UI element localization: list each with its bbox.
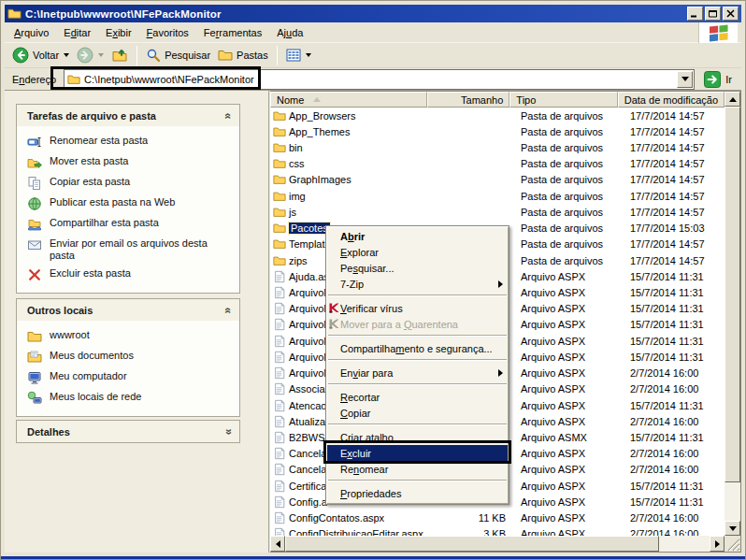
file-row[interactable]: App_ThemesPasta de arquivos17/7/2014 14:… xyxy=(270,123,724,139)
task-copiar-esta-pasta[interactable]: Copiar esta pasta xyxy=(17,173,239,194)
column-header-tipo[interactable]: Tipo xyxy=(509,92,617,108)
column-header-nome[interactable]: Nome xyxy=(270,92,427,108)
place-meus-documentos[interactable]: Meus documentos xyxy=(17,347,239,367)
up-button[interactable] xyxy=(108,45,132,65)
file-name[interactable]: Certifica xyxy=(289,481,326,492)
address-dropdown-button[interactable] xyxy=(677,71,693,88)
file-date: 17/7/2014 14:57 xyxy=(623,238,724,250)
file-name[interactable]: Pacotes xyxy=(289,223,330,234)
place-meu-computador[interactable]: Meu computador xyxy=(17,367,239,388)
collapse-chevron-icon[interactable]: « xyxy=(222,112,236,119)
menu-favoritos[interactable]: Favoritos xyxy=(139,24,196,41)
folders-button[interactable]: Pastas xyxy=(214,46,272,65)
folder-up-icon xyxy=(111,47,128,64)
file-row[interactable]: binPasta de arquivos17/7/2014 14:57 xyxy=(270,139,724,155)
vertical-scroll-thumb[interactable] xyxy=(724,107,740,482)
vertical-scrollbar[interactable] xyxy=(724,92,740,536)
menu-item-label: Explorar xyxy=(340,247,379,258)
task-label: Meus documentos xyxy=(50,350,134,362)
context-menu-item-abrir[interactable]: Abrir xyxy=(327,228,508,244)
file-name[interactable]: Atencao xyxy=(289,400,326,411)
scroll-up-button[interactable] xyxy=(724,92,740,107)
task-publicar-esta-pasta-na-web[interactable]: Publicar esta pasta na Web xyxy=(17,194,239,214)
file-name[interactable]: bin xyxy=(289,142,303,153)
context-menu-item-pesquisar[interactable]: Pesquisar... xyxy=(327,260,508,276)
file-row[interactable]: jsPasta de arquivos17/7/2014 14:57 xyxy=(270,204,724,220)
file-name[interactable]: Cancelar xyxy=(289,464,330,475)
file-name[interactable]: Associar xyxy=(289,383,328,395)
file-name[interactable]: zips xyxy=(289,255,308,266)
minimize-button[interactable] xyxy=(687,7,703,21)
resize-grip[interactable] xyxy=(724,536,740,552)
file-name-cell: GraphImages xyxy=(270,173,429,186)
place-wwwroot[interactable]: wwwroot xyxy=(17,326,239,347)
other-places-box: Outros locais « wwwrootMeus documentosMe… xyxy=(16,298,240,417)
back-dropdown-icon[interactable] xyxy=(64,53,69,57)
expand-chevron-icon[interactable]: « xyxy=(222,428,236,435)
aspx-file-icon xyxy=(273,382,286,395)
file-row[interactable]: ConfigDistribuicaoEditar.aspx3 KBArquivo… xyxy=(270,526,724,536)
context-menu-item-recortar[interactable]: Recortar xyxy=(327,389,508,405)
context-menu-item-propriedades[interactable]: Propriedades xyxy=(327,485,508,501)
horizontal-scroll-thumb[interactable] xyxy=(285,536,659,552)
file-name[interactable]: App_Browsers xyxy=(289,110,356,122)
place-meus-locais-de-rede[interactable]: Meus locais de rede xyxy=(17,388,239,409)
menu-ajuda[interactable]: Ajuda xyxy=(269,24,310,41)
file-row[interactable]: App_BrowsersPasta de arquivos17/7/2014 1… xyxy=(270,108,724,123)
scroll-right-button[interactable] xyxy=(710,536,724,552)
close-button[interactable] xyxy=(723,7,739,21)
file-name[interactable]: css xyxy=(289,158,305,169)
triangle-up-icon xyxy=(729,97,737,102)
horizontal-scroll-track[interactable] xyxy=(659,536,710,552)
menu-item-label: Compartilhamento e segurança... xyxy=(340,343,493,354)
scroll-down-button[interactable] xyxy=(724,521,740,536)
task-renomear-esta-pasta[interactable]: Renomear esta pasta xyxy=(17,132,239,152)
context-menu-item-enviar-para[interactable]: Enviar para xyxy=(327,365,508,381)
file-date: 2/7/2014 16:00 xyxy=(623,367,724,379)
file-name[interactable]: ConfigDistribuicaoEditar.aspx xyxy=(289,528,423,536)
scroll-left-button[interactable] xyxy=(270,536,285,552)
task-compartilhar-esta-pasta[interactable]: Compartilhar esta pasta xyxy=(17,214,239,235)
task-enviar-por-email-os-arquivos-d[interactable]: Enviar por email os arquivos desta pasta xyxy=(17,235,239,265)
file-row[interactable]: ConfigContatos.aspx11 KBArquivo ASPX2/7/… xyxy=(270,510,724,525)
task-excluir-esta-pasta[interactable]: Excluir esta pasta xyxy=(17,265,239,285)
file-name[interactable]: js xyxy=(289,207,296,218)
context-menu-item-copiar[interactable]: Copiar xyxy=(327,405,508,421)
menu-editar[interactable]: Editar xyxy=(56,24,98,41)
file-name[interactable]: ConfigContatos.aspx xyxy=(289,512,384,524)
menu-ferramentas[interactable]: Ferramentas xyxy=(196,24,269,41)
file-name[interactable]: Config.a xyxy=(289,496,327,508)
context-menu-item-explorar[interactable]: Explorar xyxy=(327,244,508,260)
menu-exibir[interactable]: Exibir xyxy=(98,24,139,41)
forward-button[interactable] xyxy=(73,45,108,65)
horizontal-scrollbar[interactable] xyxy=(270,536,724,552)
context-menu-item-compartilhamento-e-seguran-a[interactable]: Compartilhamento e segurança... xyxy=(327,340,508,356)
search-button[interactable]: Pesquisar xyxy=(142,46,214,65)
menu-item-label: Mover para a Quarentena xyxy=(340,319,458,330)
context-menu-item-verificar-v-rus[interactable]: Verificar vírus xyxy=(327,300,508,316)
file-row[interactable]: GraphImagesPasta de arquivos17/7/2014 14… xyxy=(270,172,724,188)
views-dropdown-icon[interactable] xyxy=(306,53,311,57)
file-tasks-header[interactable]: Tarefas de arquivo e pasta « xyxy=(17,105,239,126)
go-button[interactable]: Ir xyxy=(695,71,738,88)
menu-item-label: Copiar xyxy=(340,408,370,419)
maximize-button[interactable] xyxy=(705,7,721,21)
column-header-data[interactable]: Data de modificação xyxy=(618,92,724,108)
title-bar[interactable]: C:\Inetpub\wwwroot\NFePackMonitor xyxy=(5,5,741,22)
file-row[interactable]: cssPasta de arquivos17/7/2014 14:57 xyxy=(270,156,724,172)
back-button[interactable]: Voltar xyxy=(8,45,73,65)
menu-arquivo[interactable]: Arquivo xyxy=(7,24,56,41)
forward-dropdown-icon[interactable] xyxy=(98,53,104,57)
other-places-header[interactable]: Outros locais « xyxy=(17,299,239,321)
file-name[interactable]: App_Themes xyxy=(289,126,350,137)
views-button[interactable] xyxy=(282,46,315,65)
column-header-tamanho[interactable]: Tamanho xyxy=(427,92,510,108)
file-name[interactable]: Ajuda.as xyxy=(289,271,329,282)
file-name[interactable]: img xyxy=(289,191,306,202)
details-header[interactable]: Detalhes « xyxy=(17,421,239,442)
collapse-chevron-icon[interactable]: « xyxy=(222,307,236,313)
task-mover-esta-pasta[interactable]: Mover esta pasta xyxy=(17,152,239,173)
file-row[interactable]: imgPasta de arquivos17/7/2014 14:57 xyxy=(270,188,724,204)
context-menu-item-7-zip[interactable]: 7-Zip xyxy=(327,276,508,292)
file-name[interactable]: GraphImages xyxy=(289,174,351,185)
